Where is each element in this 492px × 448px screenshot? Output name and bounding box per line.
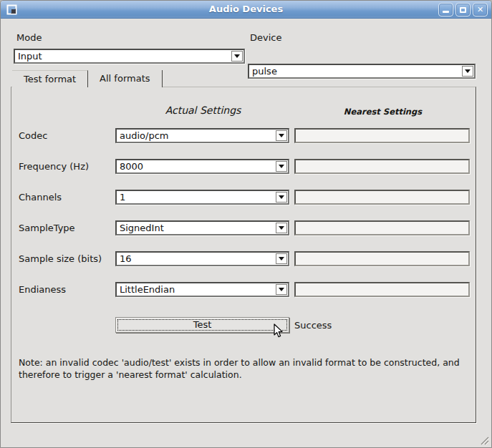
tab-bar: Test format All formats bbox=[12, 70, 163, 87]
mode-combobox[interactable]: Input bbox=[14, 49, 245, 64]
endianess-value: LittleEndian bbox=[120, 284, 175, 295]
sampletype-nearest-field bbox=[294, 220, 470, 235]
audio-devices-window: Audio Devices ✕ Mode Input Device pulse … bbox=[0, 0, 492, 448]
mode-label: Mode bbox=[16, 32, 42, 43]
channels-label: Channels bbox=[19, 192, 62, 203]
mode-dropdown-arrow-icon[interactable] bbox=[231, 51, 243, 62]
row-samplesize: Sample size (bits) 16 bbox=[19, 251, 470, 266]
codec-value: audio/pcm bbox=[120, 130, 168, 141]
frequency-nearest-field bbox=[294, 159, 470, 174]
codec-label: Codec bbox=[19, 130, 47, 141]
samplesize-nearest-field bbox=[294, 251, 470, 266]
device-dropdown-arrow-icon[interactable] bbox=[462, 66, 473, 77]
channels-combobox[interactable]: 1 bbox=[115, 190, 289, 205]
endianess-nearest-field bbox=[294, 282, 470, 297]
samplesize-combobox[interactable]: 16 bbox=[115, 251, 289, 266]
frequency-value: 8000 bbox=[120, 161, 143, 172]
codec-dropdown-arrow-icon[interactable] bbox=[276, 130, 287, 141]
maximize-button[interactable] bbox=[455, 3, 471, 16]
mode-value: Input bbox=[18, 51, 42, 62]
samplesize-dropdown-arrow-icon[interactable] bbox=[276, 253, 287, 264]
sampletype-label: SampleType bbox=[19, 223, 75, 233]
status-text: Success bbox=[294, 320, 332, 331]
minimize-button[interactable] bbox=[438, 3, 453, 16]
endianess-dropdown-arrow-icon[interactable] bbox=[276, 284, 287, 295]
tab-all-formats[interactable]: All formats bbox=[88, 70, 162, 87]
sampletype-combobox[interactable]: SignedInt bbox=[115, 220, 289, 235]
channels-nearest-field bbox=[294, 190, 470, 205]
tab-test-format[interactable]: Test format bbox=[12, 70, 88, 87]
samplesize-value: 16 bbox=[120, 253, 132, 264]
window-title: Audio Devices bbox=[1, 4, 491, 14]
resize-grip-icon[interactable] bbox=[478, 434, 489, 445]
channels-dropdown-arrow-icon[interactable] bbox=[276, 192, 287, 203]
close-button[interactable]: ✕ bbox=[473, 3, 488, 16]
maximize-icon bbox=[460, 7, 466, 13]
row-frequency: Frequency (Hz) 8000 bbox=[19, 159, 470, 174]
frequency-combobox[interactable]: 8000 bbox=[115, 159, 289, 174]
device-value: pulse bbox=[252, 66, 277, 77]
codec-nearest-field bbox=[294, 128, 470, 143]
minimize-icon bbox=[443, 11, 449, 13]
row-channels: Channels 1 bbox=[19, 190, 470, 205]
row-codec: Codec audio/pcm bbox=[19, 128, 470, 143]
frequency-dropdown-arrow-icon[interactable] bbox=[276, 161, 287, 172]
format-rows: Codec audio/pcm Frequency (Hz) 8000 Chan… bbox=[19, 128, 470, 313]
channels-value: 1 bbox=[120, 192, 125, 203]
actual-settings-heading: Actual Settings bbox=[116, 104, 290, 116]
sampletype-dropdown-arrow-icon[interactable] bbox=[276, 223, 287, 233]
row-sampletype: SampleType SignedInt bbox=[19, 220, 470, 235]
sampletype-value: SignedInt bbox=[120, 223, 164, 233]
row-endianess: Endianess LittleEndian bbox=[19, 282, 470, 297]
window-controls: ✕ bbox=[438, 3, 488, 16]
note-text: Note: an invalid codec 'audio/test' exis… bbox=[19, 356, 471, 381]
nearest-settings-heading: Nearest Settings bbox=[295, 107, 471, 117]
device-label: Device bbox=[250, 32, 281, 43]
frequency-label: Frequency (Hz) bbox=[19, 161, 89, 172]
endianess-combobox[interactable]: LittleEndian bbox=[115, 282, 289, 297]
codec-combobox[interactable]: audio/pcm bbox=[115, 128, 289, 143]
titlebar[interactable]: Audio Devices ✕ bbox=[1, 1, 491, 19]
endianess-label: Endianess bbox=[19, 284, 66, 295]
close-icon: ✕ bbox=[477, 6, 483, 14]
device-combobox[interactable]: pulse bbox=[248, 64, 476, 79]
test-button[interactable]: Test bbox=[115, 317, 289, 333]
samplesize-label: Sample size (bits) bbox=[19, 253, 102, 264]
